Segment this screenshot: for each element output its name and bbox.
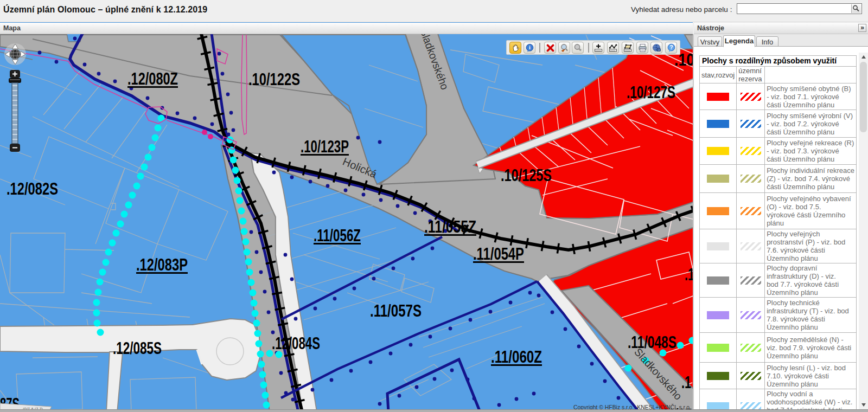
svg-text:.11/060Z: .11/060Z — [491, 347, 542, 366]
svg-text:.12/085S: .12/085S — [113, 339, 162, 358]
svg-text:.10/125S: .10/125S — [501, 166, 552, 185]
svg-text:.12/083P: .12/083P — [136, 255, 188, 274]
svg-text:i: i — [529, 44, 531, 50]
svg-text:.11/057S: .11/057S — [370, 301, 422, 320]
svg-text:.1: .1 — [681, 373, 691, 392]
svg-text:.10/127S: .10/127S — [627, 83, 675, 102]
svg-text:.11/055Z: .11/055Z — [424, 217, 476, 236]
svg-text:.12/084S: .12/084S — [272, 334, 320, 353]
svg-text:.11/054P: .11/054P — [473, 244, 524, 263]
svg-text:.11/056Z: .11/056Z — [314, 226, 361, 245]
svg-text:.1: .1 — [685, 265, 693, 284]
svg-text:?: ? — [669, 44, 673, 50]
svg-text:.10/122S: .10/122S — [248, 70, 300, 89]
svg-text:.11/048S: .11/048S — [628, 333, 676, 352]
svg-text:.12/082S: .12/082S — [7, 179, 58, 198]
svg-text:.12/080Z: .12/080Z — [127, 69, 178, 88]
svg-text:.10/123P: .10/123P — [301, 137, 349, 156]
